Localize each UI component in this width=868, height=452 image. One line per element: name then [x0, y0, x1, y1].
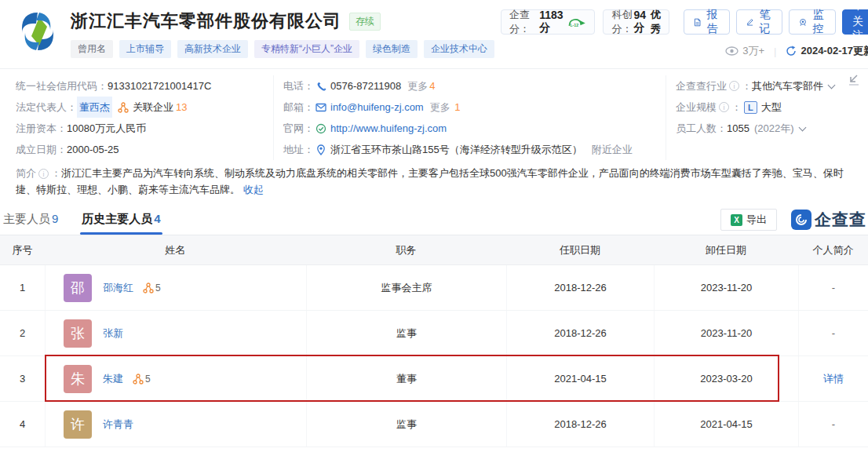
association-count: 5: [145, 374, 151, 385]
person-name-link[interactable]: 许青青: [103, 417, 133, 432]
tag-high-tech[interactable]: 高新技术企业: [177, 40, 248, 58]
association-badge[interactable]: 5: [128, 374, 151, 385]
qichacha-logo-icon: [791, 210, 811, 230]
person-title: 监事: [306, 402, 506, 447]
note-button[interactable]: 笔记: [736, 9, 782, 35]
tab-count: 9: [52, 212, 58, 225]
association-badge[interactable]: 5: [138, 282, 161, 293]
credit-code-value: 91331021721001417C: [108, 75, 211, 97]
related-companies-icon: [118, 102, 129, 113]
avatar: 朱: [64, 365, 92, 393]
start-date: 2021-04-15: [506, 356, 654, 401]
email-more-link[interactable]: 更多 1: [430, 97, 461, 118]
person-name-link[interactable]: 邵海红: [103, 281, 133, 295]
website-label: 官网：: [283, 118, 314, 139]
follow-button-label: ＋ 关注: [852, 1, 863, 43]
svg-text:L-12: L-12: [571, 23, 579, 27]
scale-label: 企业规模: [676, 97, 717, 118]
staff-count: 1055: [727, 118, 749, 139]
company-info-panel: 统一社会信用代码： 91331021721001417C 法定代表人： 董西杰 …: [0, 69, 868, 160]
reg-capital-value: 10080万元人民币: [67, 118, 146, 139]
qcc-score[interactable]: 企查分： 1183分 L-12: [501, 9, 595, 35]
table-row: 4 许 许青青 监事 2018-12-26 2021-04-15 -: [0, 402, 868, 447]
status-badge: 存续: [349, 13, 381, 31]
location-pin-icon: [315, 144, 326, 155]
refresh-icon[interactable]: [786, 46, 797, 56]
chevron-down-icon[interactable]: [798, 123, 806, 131]
email-more-count: 1: [454, 101, 460, 113]
website-check-icon: [315, 123, 326, 134]
website-link[interactable]: http://www.huifeng-zj.com: [330, 118, 447, 139]
follow-button[interactable]: ＋ 关注: [842, 9, 868, 35]
related-companies-icon: [143, 282, 154, 293]
col-header-start-date: 任职日期: [506, 235, 654, 265]
tab-history-personnel[interactable]: 历史主要人员4: [80, 212, 162, 235]
export-button-label: 导出: [746, 213, 767, 227]
row-index: 2: [0, 311, 45, 355]
view-count: 3万+: [742, 44, 764, 58]
person-name-link[interactable]: 朱建: [103, 372, 123, 386]
qichacha-watermark: 企查查: [791, 209, 866, 231]
chevron-down-icon[interactable]: [828, 81, 836, 89]
start-date: 2018-12-26: [506, 311, 654, 355]
note-button-label: 笔记: [757, 8, 772, 36]
nearby-companies-link[interactable]: 附近企业: [592, 139, 633, 160]
tab-main-personnel[interactable]: 主要人员9: [2, 212, 60, 235]
industry-value[interactable]: 其他汽车零部件: [752, 75, 823, 97]
monitor-button[interactable]: 监控: [789, 9, 836, 35]
views-icon: [725, 46, 739, 56]
founded-date-label: 成立日期：: [16, 139, 67, 160]
col-header-profile: 个人简介: [798, 235, 868, 265]
tag-ipo-coaching[interactable]: 上市辅导: [119, 40, 171, 58]
phone-value[interactable]: 0576-87211908: [330, 75, 401, 97]
person-name-link[interactable]: 张新: [103, 326, 123, 341]
qcc-score-value: 1183分: [539, 9, 563, 35]
tech-score-grade: 优秀: [651, 8, 661, 36]
col-header-end-date: 卸任日期: [654, 235, 798, 265]
association-count: 5: [155, 282, 161, 293]
company-tags: 曾用名 上市辅导 高新技术企业 专精特新“小巨人”企业 绿色制造 企业技术中心: [71, 40, 501, 58]
company-logo-icon: [16, 9, 60, 53]
address-label: 地址：: [283, 139, 314, 160]
related-companies-count[interactable]: 13: [176, 97, 187, 118]
table-header-row: 序号 姓名 职务 任职日期 卸任日期 个人简介: [0, 235, 868, 265]
legal-rep-link[interactable]: 董西杰: [77, 97, 112, 118]
company-intro: 简介i：浙江汇丰主要产品为汽车转向系统、制动系统及动力底盘系统的相关零部件，主要…: [0, 160, 868, 204]
report-button[interactable]: 报告: [684, 9, 730, 35]
phone-icon: [315, 81, 326, 92]
tech-score-value: 94分: [633, 9, 646, 35]
reg-capital-label: 注册资本：: [16, 118, 67, 139]
profile-cell: -: [798, 311, 868, 355]
staff-year: (2022年): [754, 118, 794, 139]
collapse-panel-icon[interactable]: [848, 74, 860, 86]
tag-former-name[interactable]: 曾用名: [71, 40, 113, 58]
end-date: 2021-04-15: [654, 402, 798, 447]
excel-icon: X: [731, 214, 742, 226]
scale-value: 大型: [761, 97, 782, 118]
col-header-index: 序号: [0, 235, 45, 265]
export-button[interactable]: X 导出: [720, 209, 777, 231]
email-link[interactable]: info@huifeng-zj.com: [330, 97, 424, 118]
phone-more-link[interactable]: 更多4: [407, 75, 435, 97]
email-label: 邮箱：: [283, 97, 314, 118]
report-button-label: 报告: [705, 8, 720, 36]
related-companies-label[interactable]: 关联企业: [133, 97, 173, 118]
people-tabbar: 主要人员9 历史主要人员4 X 导出 企查查: [0, 204, 868, 235]
tag-little-giant[interactable]: 专精特新“小巨人”企业: [254, 40, 359, 58]
qcc-score-label: 企查分：: [509, 8, 538, 36]
info-circle-icon: i: [729, 81, 739, 91]
envelope-icon: [315, 102, 326, 113]
profile-detail-link[interactable]: 详情: [798, 356, 868, 401]
person-title: 监事: [306, 311, 506, 355]
document-icon: [694, 16, 701, 28]
tag-green-manufacturing[interactable]: 绿色制造: [366, 40, 418, 58]
table-row: 2 张 张新 监事 2018-12-26 2023-11-20 -: [0, 311, 868, 356]
history-personnel-table: 序号 姓名 职务 任职日期 卸任日期 个人简介 1 邵 邵海红 5 监事会主席 …: [0, 235, 868, 447]
collapse-intro-link[interactable]: 收起: [243, 184, 264, 195]
col-header-title: 职务: [306, 235, 506, 265]
tech-score[interactable]: 科创分： 94分 优秀: [603, 9, 669, 35]
info-circle-icon: i: [38, 169, 49, 179]
tag-enterprise-tech-center[interactable]: 企业技术中心: [424, 40, 494, 58]
score-gauge-icon: L-12: [567, 13, 586, 31]
avatar: 张: [64, 319, 92, 348]
